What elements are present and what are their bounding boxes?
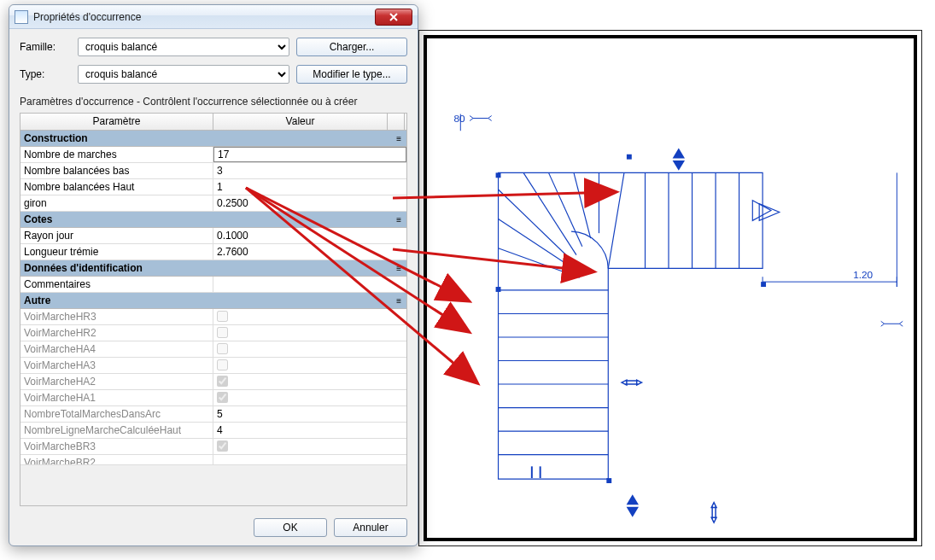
chevron-up-icon: ≡: [396, 215, 401, 225]
cell-label: Rayon jour: [20, 228, 213, 243]
cell-value: [213, 439, 406, 454]
properties-dialog: Propriétés d'occurrence Famille: croquis…: [9, 4, 418, 546]
row-last: VoirMarcheBR2: [20, 455, 406, 465]
svg-rect-25: [761, 282, 766, 287]
cell-value: [213, 390, 406, 405]
chevron-up-icon: ≡: [396, 296, 401, 306]
cell-value: [213, 341, 406, 357]
chevron-up-icon: ≡: [396, 264, 401, 273]
params-subtitle: Paramètres d'occurrence - Contrôlent l'o…: [20, 96, 407, 108]
cell-label: giron: [20, 195, 213, 211]
type-label: Type:: [20, 68, 71, 80]
chevron-up-icon: ≡: [396, 134, 401, 143]
row-ha4: VoirMarcheHA4: [20, 341, 406, 358]
row-ha2: VoirMarcheHA2: [20, 374, 406, 390]
dim-right-label: 1.20: [853, 269, 873, 280]
cell-label: VoirMarcheHA3: [20, 358, 213, 373]
row-hr2: VoirMarcheHR2: [20, 325, 406, 341]
cell-value[interactable]: [213, 277, 406, 292]
cell-value[interactable]: 1: [213, 179, 406, 195]
cell-label: VoirMarcheHR2: [20, 325, 213, 341]
col-param-header: Paramètre: [20, 114, 213, 130]
app-icon: [15, 10, 28, 24]
row-rayon[interactable]: Rayon jour 0.1000: [20, 228, 406, 244]
col-expand-header: [388, 114, 405, 130]
cell-label: Commentaires: [20, 277, 213, 292]
cell-value: [213, 455, 406, 464]
param-body[interactable]: Construction≡ Nombre de marches 17 Nombr…: [20, 131, 407, 506]
group-donnees[interactable]: Données d'identification≡: [20, 260, 406, 277]
row-nb-marches[interactable]: Nombre de marches 17: [20, 147, 406, 163]
svg-rect-27: [496, 172, 501, 178]
cell-value: 5: [213, 406, 406, 422]
cell-label: Nombre balancées Haut: [20, 179, 213, 195]
drawing-canvas[interactable]: 80: [418, 30, 922, 546]
cell-label: VoirMarcheHA1: [20, 390, 213, 405]
row-hr3: VoirMarcheHR3: [20, 309, 406, 325]
col-value-header: Valeur: [213, 114, 388, 130]
cell-label: VoirMarcheBR3: [20, 439, 213, 454]
cell-label: VoirMarcheHA2: [20, 374, 213, 389]
row-nlm: NombreLigneMarcheCalculéeHaut 4: [20, 423, 406, 439]
group-cotes[interactable]: Cotes≡: [20, 212, 406, 228]
row-comment[interactable]: Commentaires: [20, 277, 406, 293]
canvas-frame: 80: [424, 35, 917, 541]
cell-label: VoirMarcheHR3: [20, 309, 213, 324]
row-ha3: VoirMarcheHA3: [20, 358, 406, 374]
dialog-footer: OK Annuler: [9, 511, 418, 545]
row-longueur[interactable]: Longueur trémie 2.7600: [20, 244, 406, 260]
cell-value: [213, 374, 406, 389]
row-giron[interactable]: giron 0.2500: [20, 195, 406, 212]
cell-value: 4: [213, 423, 406, 438]
cell-value[interactable]: 0.2500: [213, 195, 406, 211]
row-ntm: NombreTotalMarchesDansArc 5: [20, 406, 406, 423]
cell-value: [213, 309, 406, 324]
group-construction[interactable]: Construction≡: [20, 131, 406, 147]
cell-value[interactable]: 2.7600: [213, 244, 406, 260]
cell-value[interactable]: 0.1000: [213, 228, 406, 243]
svg-rect-24: [627, 155, 632, 160]
cell-value: [213, 358, 406, 373]
cancel-button[interactable]: Annuler: [334, 518, 407, 537]
cell-label: NombreLigneMarcheCalculéeHaut: [20, 423, 213, 438]
family-label: Famille:: [20, 41, 71, 53]
load-button[interactable]: Charger...: [296, 38, 407, 56]
group-autre[interactable]: Autre≡: [20, 293, 406, 309]
svg-line-10: [523, 172, 576, 254]
svg-line-11: [499, 190, 573, 262]
cell-label: VoirMarcheHA4: [20, 341, 213, 357]
svg-line-8: [574, 172, 591, 238]
row-ha1: VoirMarcheHA1: [20, 390, 406, 406]
dialog-title: Propriétés d'occurrence: [33, 11, 375, 23]
cell-value: [213, 325, 406, 341]
cell-label: Nombre balancées bas: [20, 163, 213, 178]
svg-line-6: [608, 172, 624, 268]
svg-rect-28: [606, 478, 611, 483]
row-br3: VoirMarcheBR3: [20, 439, 406, 455]
cell-value[interactable]: 17: [213, 147, 406, 162]
row-nb-bal-bas[interactable]: Nombre balancées bas 3: [20, 163, 406, 179]
cell-label: Nombre de marches: [20, 147, 213, 162]
ok-button[interactable]: OK: [254, 518, 327, 537]
modify-type-button[interactable]: Modifier le type...: [296, 65, 407, 84]
svg-rect-26: [496, 287, 501, 292]
cell-label: VoirMarcheBR2: [20, 455, 213, 464]
param-table-header: Paramètre Valeur: [20, 114, 407, 131]
titlebar[interactable]: Propriétés d'occurrence: [9, 5, 418, 29]
cell-value[interactable]: 3: [213, 163, 406, 178]
svg-line-13: [499, 248, 580, 277]
row-nb-bal-haut[interactable]: Nombre balancées Haut 1: [20, 179, 406, 195]
cell-label: NombreTotalMarchesDansArc: [20, 406, 213, 422]
dim-top-label: 80: [453, 113, 465, 124]
param-table: Paramètre Valeur Construction≡ Nombre de…: [20, 113, 407, 506]
cell-label: Longueur trémie: [20, 244, 213, 260]
type-select[interactable]: croquis balancé: [78, 65, 289, 84]
close-button[interactable]: [375, 9, 412, 26]
family-select[interactable]: croquis balancé: [78, 38, 289, 56]
